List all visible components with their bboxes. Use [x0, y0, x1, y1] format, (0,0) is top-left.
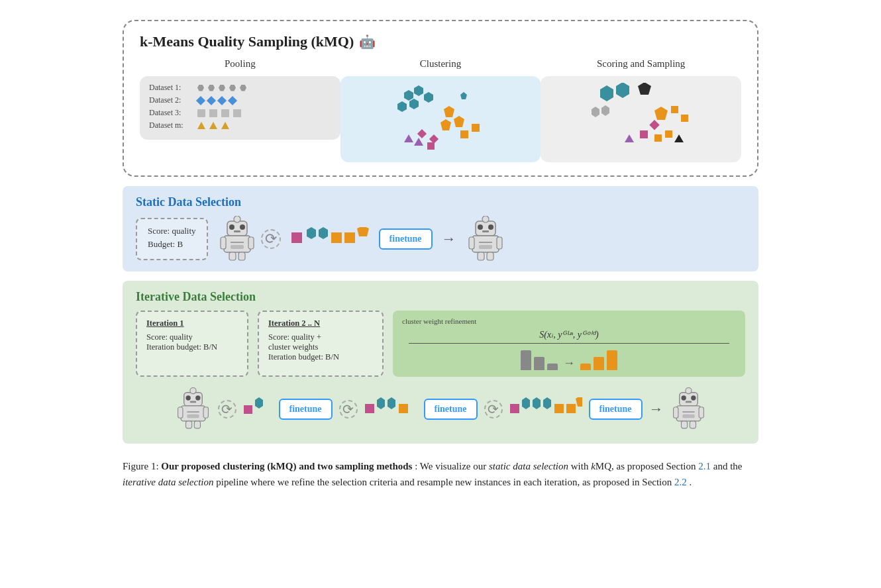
caption-link1[interactable]: 2.1 [698, 461, 711, 471]
d2-shape3 [217, 95, 227, 105]
kmq-title-text: k-Means Quality Sampling (kMQ) [140, 33, 354, 50]
c-dia2 [429, 134, 439, 144]
svg-rect-15 [482, 230, 489, 232]
iter2n-budget: Iteration budget: B/N [268, 352, 373, 362]
static-params-box: Score: quality Budget: B [136, 218, 208, 260]
svg-rect-42 [510, 404, 519, 413]
figure-num: Figure 1: [123, 461, 159, 471]
caption-italic1: static data selection [489, 461, 571, 471]
finetune-btn3[interactable]: finetune [589, 399, 643, 420]
svg-marker-39 [377, 397, 385, 409]
c-psq [427, 142, 435, 150]
svg-rect-47 [566, 404, 576, 413]
svg-rect-32 [203, 407, 208, 418]
svg-rect-22 [487, 252, 493, 260]
svg-rect-18 [479, 245, 492, 249]
d2-shape4 [228, 95, 237, 105]
s-opent [654, 107, 668, 120]
dm-shape2 [209, 122, 217, 129]
kmq-diagram: k-Means Quality Sampling (kMQ) 🤖 Pooling… [123, 20, 758, 177]
svg-rect-21 [478, 252, 484, 260]
kmq-columns: Pooling Dataset 1: Dataset 2: [140, 58, 741, 162]
caption-text5: pipeline where we refine the selection c… [216, 477, 672, 487]
finetune-btn2[interactable]: finetune [424, 399, 478, 420]
kmq-icon-iter3: ⟳ [484, 400, 503, 418]
iterative-title: Iterative Data Selection [136, 290, 745, 304]
c-hex1 [404, 90, 413, 101]
c-sq2 [472, 124, 480, 132]
static-shapes-svg [290, 227, 370, 251]
finetune-btn1[interactable]: finetune [279, 399, 333, 420]
dataset3-label: Dataset 3: [149, 108, 194, 118]
d3-shape1 [197, 109, 205, 117]
c-hex4 [409, 99, 419, 109]
clustering-visual [340, 76, 541, 162]
final-arrow: → [649, 401, 664, 418]
svg-rect-8 [248, 237, 254, 249]
d1-shape3 [219, 85, 225, 91]
caption-italic1-text: static data selection [489, 461, 568, 471]
static-content: Score: quality Budget: B ⟳ [136, 216, 745, 262]
static-budget: Budget: B [148, 239, 196, 250]
s-pdia [649, 120, 660, 130]
c-pent1 [444, 106, 454, 117]
s-hex1 [600, 85, 613, 101]
iter-shapes3-svg [509, 397, 582, 421]
scoring-visual [541, 76, 741, 162]
iter-shapes1-svg [243, 397, 272, 421]
svg-point-11 [234, 216, 240, 222]
svg-rect-4 [224, 236, 250, 252]
iter-robot1-svg [175, 387, 211, 430]
s-btri [674, 134, 684, 142]
svg-point-1 [229, 224, 234, 230]
static-robot-left: ⟳ [217, 216, 281, 262]
figure-caption: Figure 1: Our proposed clustering (kMQ) … [123, 458, 758, 490]
clustering-svg [391, 83, 490, 156]
kmq-icon-iter2: ⟳ [339, 400, 358, 418]
iter1-budget: Iteration budget: B/N [146, 342, 238, 352]
ss-teal-hex2 [319, 227, 328, 239]
svg-point-51 [691, 395, 696, 400]
refinement-title: cluster weight refinement [402, 317, 736, 325]
svg-rect-58 [681, 421, 687, 428]
dataset1-label: Dataset 1: [149, 83, 194, 93]
refinement-formula: S(xᵢ, yᴳᴸⁿ, yᴳᵒˡᵈ) [402, 329, 736, 340]
c-hex5 [397, 101, 407, 112]
svg-rect-9 [229, 252, 236, 260]
bar3 [547, 364, 558, 370]
svg-rect-36 [244, 405, 252, 414]
bar5 [594, 357, 604, 370]
svg-rect-10 [238, 252, 245, 260]
svg-rect-52 [685, 401, 691, 403]
caption-italic2-text: iterative data selection [123, 477, 213, 487]
svg-rect-34 [194, 421, 200, 428]
svg-rect-59 [690, 421, 696, 428]
caption-text1: : We visualize our [415, 461, 486, 471]
kmq-small-icon: ⟳ [261, 229, 281, 249]
pooling-box: Dataset 1: Dataset 2: Datas [140, 76, 340, 140]
iter2n-score: Score: quality + cluster weights [268, 332, 373, 352]
s-osq1 [671, 106, 678, 113]
d2-shape1 [196, 95, 205, 105]
refinement-box: cluster weight refinement S(xᵢ, yᴳᴸⁿ, yᴳ… [393, 311, 745, 377]
d1-shape1 [197, 85, 204, 91]
svg-point-2 [240, 224, 245, 230]
ss-orange-pent [357, 227, 369, 236]
c-sq1 [460, 130, 468, 138]
caption-link2[interactable]: 2.2 [674, 477, 687, 487]
finetune-button[interactable]: finetune [379, 228, 433, 250]
svg-rect-55 [682, 415, 694, 418]
pooling-label: Pooling [140, 58, 340, 70]
svg-rect-57 [699, 407, 703, 418]
static-title: Static Data Selection [136, 195, 745, 209]
d1-shape5 [240, 85, 246, 91]
svg-rect-6 [231, 245, 244, 249]
robot-left-svg [217, 216, 257, 262]
svg-rect-7 [221, 237, 226, 249]
s-ghex2 [601, 105, 609, 116]
svg-rect-28 [181, 406, 205, 421]
clustering-label: Clustering [340, 58, 541, 70]
svg-rect-53 [676, 406, 701, 421]
caption-text6: . [690, 477, 692, 487]
c-hex2 [414, 85, 423, 96]
